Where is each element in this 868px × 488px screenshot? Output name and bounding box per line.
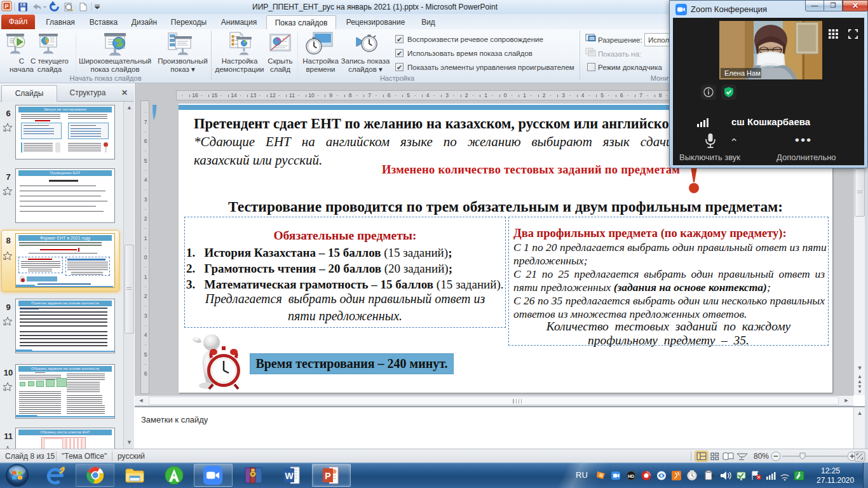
svg-text:P: P (325, 471, 330, 481)
svg-text:P: P (4, 3, 8, 10)
svg-text:HD: HD (628, 474, 634, 478)
svg-text:W: W (285, 471, 294, 481)
svg-text:80%: 80% (754, 452, 769, 461)
svg-text:Елена Нам: Елена Нам (724, 69, 761, 77)
